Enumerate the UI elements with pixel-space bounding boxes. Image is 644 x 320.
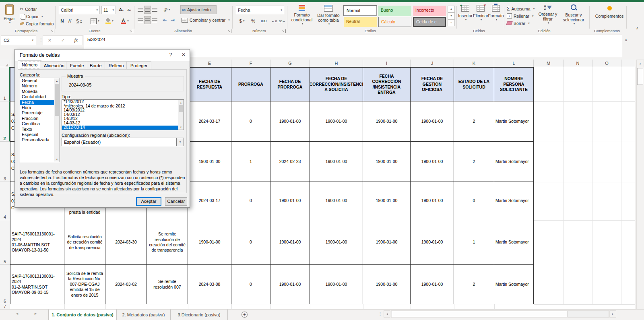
cell-style-check-cell[interactable]: Celda de c...: [413, 17, 446, 27]
copy-button[interactable]: Copiar ▾: [19, 13, 44, 20]
cell-G5[interactable]: 1900-01-00: [270, 220, 310, 265]
scroll-up-button[interactable]: ▴: [54, 78, 60, 83]
format-painter-button[interactable]: Copiar formato: [19, 20, 55, 27]
cell-K4[interactable]: 0: [454, 182, 494, 220]
row-header-5[interactable]: 5: [0, 220, 10, 265]
find-select-button[interactable]: Buscar y seleccionar ▾: [560, 4, 587, 29]
cell-D5[interactable]: Se remite resolución de creación del com…: [147, 220, 188, 265]
collapse-ribbon-button[interactable]: ∧: [636, 26, 639, 30]
orientation-button[interactable]: ab▾: [161, 6, 172, 14]
cell-B6[interactable]: Solicita se le remita la Resolución No. …: [64, 265, 105, 304]
cell-G6[interactable]: 1900-01-00: [270, 265, 310, 304]
increase-font-button[interactable]: A▴: [118, 6, 125, 14]
number-format-combo[interactable]: Fecha ▾: [236, 6, 284, 14]
dialog-tab-proteger[interactable]: Proteger: [126, 61, 151, 70]
scroll-up-button[interactable]: ▴: [636, 60, 644, 67]
cell-J3[interactable]: 1900-01-00: [411, 142, 454, 182]
autosum-button[interactable]: Σ Autosuma ▾: [506, 5, 536, 12]
cell-style-calculation[interactable]: Cálculo: [378, 17, 411, 27]
cell-G2[interactable]: 1900-01-00: [270, 101, 310, 142]
cell-C5[interactable]: 2024-03-30: [105, 220, 147, 265]
decrease-indent-button[interactable]: ⇤: [161, 16, 168, 24]
format-as-table-button[interactable]: Dar formato como tabla ▾: [316, 5, 341, 29]
column-header-H[interactable]: H: [310, 60, 363, 67]
next-sheet-button[interactable]: ►: [34, 312, 37, 316]
cell-I5[interactable]: 1900-01-00: [363, 220, 411, 265]
cell-H5[interactable]: 1900-01-00: [310, 220, 363, 265]
column-header-O[interactable]: O: [592, 60, 621, 67]
align-bottom-button[interactable]: [151, 6, 158, 14]
decrease-decimal-button[interactable]: .00→: [278, 17, 285, 25]
cell-J6[interactable]: 1900-01-00: [411, 265, 454, 304]
cell-style-bad[interactable]: Incorrecto: [413, 6, 446, 16]
expand-formula-bar-button[interactable]: ∧: [625, 38, 627, 42]
cell-J5[interactable]: 1900-01-00: [411, 220, 454, 265]
header-cell-E1[interactable]: FECHA DE RESPUESTA: [188, 67, 231, 101]
cell-E6[interactable]: 2024-03-08: [188, 265, 231, 304]
cell-J4[interactable]: 1900-01-00: [411, 182, 454, 220]
scroll-thumb[interactable]: [179, 105, 183, 112]
column-header-I[interactable]: I: [363, 60, 411, 67]
cell-H4[interactable]: 1900-01-00: [310, 182, 363, 220]
fill-color-button[interactable]: ▾: [104, 17, 115, 25]
row-header-3[interactable]: 3: [0, 142, 10, 182]
header-cell-H1[interactable]: FECHA DE CORRECCIÓN/INSISTENCI A SOLICIT…: [310, 67, 363, 101]
bold-button[interactable]: N: [59, 17, 66, 25]
header-cell-I1[interactable]: FECHA CORRECCIÓN /INSISTENCIA ENTRGA: [363, 67, 411, 101]
column-header-F[interactable]: F: [231, 60, 270, 67]
column-header-E[interactable]: E: [188, 60, 231, 67]
cut-button[interactable]: ✂ Cortar: [19, 6, 38, 12]
insert-function-button[interactable]: fx: [74, 37, 78, 43]
accounting-format-button[interactable]: $▾: [237, 17, 247, 25]
row-header-4[interactable]: 4: [0, 182, 10, 220]
cell-I6[interactable]: 1900-01-00: [363, 265, 411, 304]
enter-entry-button[interactable]: ✓: [61, 38, 65, 43]
cell-style-good[interactable]: Bueno: [378, 6, 411, 16]
dropdown-button[interactable]: ▾: [176, 138, 184, 146]
horizontal-scroll-thumb[interactable]: [392, 311, 568, 317]
cell-A6[interactable]: SAIP-1760013130001-2024- 01-2-MARTIN.SOT…: [10, 265, 64, 304]
cell-H6[interactable]: 1900-01-00: [310, 265, 363, 304]
cell-F6[interactable]: 0: [231, 265, 270, 304]
cell-F2[interactable]: 0: [231, 101, 270, 142]
align-center-button[interactable]: [144, 16, 151, 24]
cell-K3[interactable]: 2: [454, 142, 494, 182]
column-header-N[interactable]: N: [564, 60, 592, 67]
dialog-tab-relleno[interactable]: Relleno: [105, 61, 128, 70]
cell-E4[interactable]: 2024-03-17: [188, 182, 231, 220]
styles-gallery-up-button[interactable]: ▴: [448, 6, 455, 12]
wrap-text-button[interactable]: ab Ajustar texto: [180, 5, 217, 14]
styles-gallery-down-button[interactable]: ▾: [448, 12, 455, 19]
header-cell-L1[interactable]: NOMBRE PERSONA SOLICITANTE: [494, 67, 534, 101]
column-header-K[interactable]: K: [454, 60, 494, 67]
cell-I2[interactable]: 1900-01-00: [363, 101, 411, 142]
cell-K2[interactable]: 2: [454, 101, 494, 142]
align-top-button[interactable]: [137, 6, 144, 14]
paste-button[interactable]: Pegar ▾: [2, 4, 17, 29]
type-option-5[interactable]: 14-03-12: [62, 121, 184, 126]
cell-H3[interactable]: 1900-01-00: [310, 142, 363, 182]
select-all-corner[interactable]: ◢: [0, 60, 10, 67]
row-header-2[interactable]: 2: [0, 101, 10, 142]
accept-button[interactable]: Aceptar: [136, 197, 161, 206]
cell-K6[interactable]: 2: [454, 265, 494, 304]
dialog-tab-fuente[interactable]: Fuente: [66, 61, 88, 70]
header-cell-G1[interactable]: FECHA DE PRORROGA: [270, 67, 310, 101]
cell-L4[interactable]: Martin Sotomayor: [494, 182, 534, 220]
font-size-combo[interactable]: 11 ▾: [101, 6, 116, 14]
fill-button[interactable]: ↓ Rellenar ▾: [506, 12, 535, 19]
conditional-formatting-button[interactable]: Formato condicional ▾: [289, 5, 315, 29]
merge-center-button[interactable]: Combinar y centrar ▾: [180, 16, 229, 24]
sheet-tab-diccionario[interactable]: 3.Diccionario (pasiva): [171, 310, 228, 320]
vertical-scroll-thumb[interactable]: [637, 68, 643, 85]
align-left-button[interactable]: [137, 16, 144, 24]
scroll-up-button[interactable]: ▴: [178, 100, 184, 105]
column-header-G[interactable]: G: [270, 60, 310, 67]
locale-dropdown[interactable]: Español (Ecuador) ▾: [62, 138, 184, 146]
cell-L5[interactable]: Martin Sotomayor: [494, 220, 534, 265]
scroll-down-button[interactable]: ▾: [178, 124, 184, 130]
cell-E2[interactable]: 2024-03-17: [188, 101, 231, 142]
new-sheet-button[interactable]: +: [242, 312, 248, 318]
cell-style-neutral[interactable]: Neutral: [344, 17, 377, 27]
cell-E3[interactable]: 1900-01-00: [188, 142, 231, 182]
